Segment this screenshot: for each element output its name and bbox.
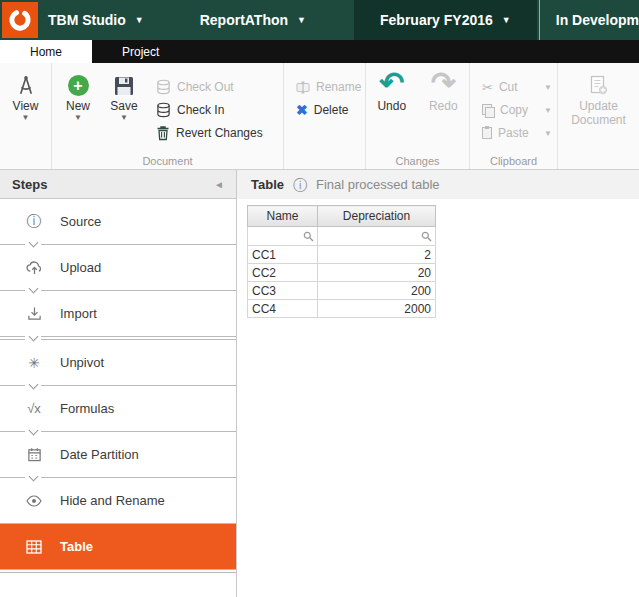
steps-panel-title: Steps — [12, 177, 47, 192]
ribbon-group-changes: ↶ Undo ↷ Redo Changes — [366, 63, 470, 169]
step-item-hide-and-rename[interactable]: Hide and Rename — [0, 478, 236, 524]
step-item-unpivot[interactable]: ✳ Unpivot — [0, 340, 236, 386]
group-label-document: Document — [52, 155, 283, 167]
chevron-down-icon — [25, 286, 41, 296]
update-document-label-1: Update — [579, 99, 618, 113]
delete-x-icon: ✖ — [296, 103, 308, 117]
copy-icon — [482, 104, 494, 116]
grid-filter-row — [248, 227, 436, 246]
filter-cell-name[interactable] — [248, 227, 318, 246]
delete-label: Delete — [314, 103, 349, 117]
cell-depreciation[interactable]: 2 — [318, 246, 436, 264]
check-out-label: Check Out — [177, 80, 234, 94]
check-out-button[interactable]: Check Out — [152, 77, 267, 97]
copy-label: Copy — [500, 103, 528, 117]
undo-arrow-icon: ↶ — [379, 68, 404, 98]
new-button[interactable]: + New ▼ — [55, 68, 101, 127]
search-icon — [421, 231, 432, 242]
ribbon-group-update: Update Document — [558, 63, 639, 169]
table-row[interactable]: CC2 20 — [248, 264, 436, 282]
new-label: New — [66, 99, 90, 113]
redo-label: Redo — [429, 99, 458, 113]
save-label: Save — [110, 99, 137, 113]
step-item-import[interactable]: Import — [0, 291, 236, 337]
column-header-depreciation[interactable]: Depreciation — [318, 206, 436, 227]
chevron-down-icon: ▼ — [135, 16, 144, 25]
page-subtitle: Final processed table — [316, 177, 440, 192]
period-menu[interactable]: February FY2016 ▼ — [354, 0, 537, 40]
undo-button[interactable]: ↶ Undo — [369, 68, 415, 117]
ribbon-group-clipboard: ✂ Cut ▼ Copy ▼ Paste ▼ Clipboard — [470, 63, 558, 169]
ribbon-group-edit: Rename ✖ Delete — [284, 63, 366, 169]
cut-label: Cut — [499, 80, 518, 94]
delete-button[interactable]: ✖ Delete — [292, 100, 365, 120]
project-menu[interactable]: ReportAThon ▼ — [200, 12, 306, 28]
info-icon: ⓘ — [293, 178, 307, 192]
undo-label: Undo — [377, 99, 406, 113]
group-label-clipboard: Clipboard — [470, 155, 557, 167]
update-document-label-2: Document — [571, 113, 626, 127]
collapse-panel-icon[interactable]: ◄ — [214, 179, 224, 190]
check-in-button[interactable]: Check In — [152, 100, 267, 120]
step-label: Date Partition — [60, 447, 139, 462]
paste-label: Paste — [498, 126, 529, 140]
step-item-upload[interactable]: Upload — [0, 245, 236, 291]
redo-button[interactable]: ↷ Redo — [421, 68, 467, 117]
step-label: Upload — [60, 260, 101, 275]
revert-changes-button[interactable]: Revert Changes — [152, 123, 267, 143]
step-label: Unpivot — [60, 355, 104, 370]
update-document-button[interactable]: Update Document — [567, 68, 631, 131]
rename-label: Rename — [316, 80, 361, 94]
view-button[interactable]: View ▼ — [3, 68, 48, 127]
cut-button[interactable]: ✂ Cut ▼ — [478, 77, 556, 97]
calendar-icon — [24, 447, 44, 462]
app-menu[interactable]: TBM Studio ▼ — [48, 12, 144, 28]
step-item-date-partition[interactable]: Date Partition — [0, 432, 236, 478]
chevron-down-icon — [25, 240, 41, 250]
main-content: Name Depreciation — [237, 199, 639, 597]
view-label: View — [13, 99, 39, 113]
chevron-down-icon: ▼ — [544, 129, 552, 138]
tab-home[interactable]: Home — [0, 40, 92, 63]
step-label: Source — [60, 214, 101, 229]
cell-depreciation[interactable]: 20 — [318, 264, 436, 282]
step-label: Hide and Rename — [60, 493, 165, 508]
chevron-down-icon: ▼ — [22, 113, 30, 123]
step-label: Import — [60, 306, 97, 321]
step-item-source[interactable]: ⓘ Source — [0, 199, 236, 245]
cell-name[interactable]: CC4 — [248, 300, 318, 318]
table-row[interactable]: CC3 200 — [248, 282, 436, 300]
save-button[interactable]: Save ▼ — [101, 68, 147, 127]
revert-changes-label: Revert Changes — [176, 126, 263, 140]
column-header-name[interactable]: Name — [248, 206, 318, 227]
step-item-partial[interactable] — [0, 573, 236, 594]
database-icon — [156, 79, 171, 95]
copy-button[interactable]: Copy ▼ — [478, 100, 556, 120]
cell-name[interactable]: CC1 — [248, 246, 318, 264]
filter-cell-depreciation[interactable] — [318, 227, 436, 246]
app-logo[interactable] — [2, 2, 38, 38]
tab-project[interactable]: Project — [92, 40, 189, 63]
cell-name[interactable]: CC3 — [248, 282, 318, 300]
step-item-formulas[interactable]: √x Formulas — [0, 386, 236, 432]
chevron-down-icon — [25, 334, 41, 344]
paste-button[interactable]: Paste ▼ — [478, 123, 556, 143]
check-in-label: Check In — [177, 103, 224, 117]
plus-circle-icon: + — [68, 75, 89, 96]
redo-arrow-icon: ↷ — [431, 68, 456, 98]
chevron-down-icon: ▼ — [502, 16, 511, 25]
environment-label[interactable]: In Development — [539, 0, 639, 40]
import-icon — [24, 306, 44, 321]
formula-icon: √x — [24, 401, 44, 416]
search-icon — [303, 231, 314, 242]
main-header: Table ⓘ Final processed table — [237, 170, 639, 199]
trash-icon — [156, 125, 170, 141]
cell-name[interactable]: CC2 — [248, 264, 318, 282]
cell-depreciation[interactable]: 2000 — [318, 300, 436, 318]
cell-depreciation[interactable]: 200 — [318, 282, 436, 300]
brand-swirl-icon — [7, 7, 33, 33]
table-row[interactable]: CC4 2000 — [248, 300, 436, 318]
table-row[interactable]: CC1 2 — [248, 246, 436, 264]
step-item-table[interactable]: Table — [0, 524, 236, 570]
rename-button[interactable]: Rename — [292, 77, 365, 97]
